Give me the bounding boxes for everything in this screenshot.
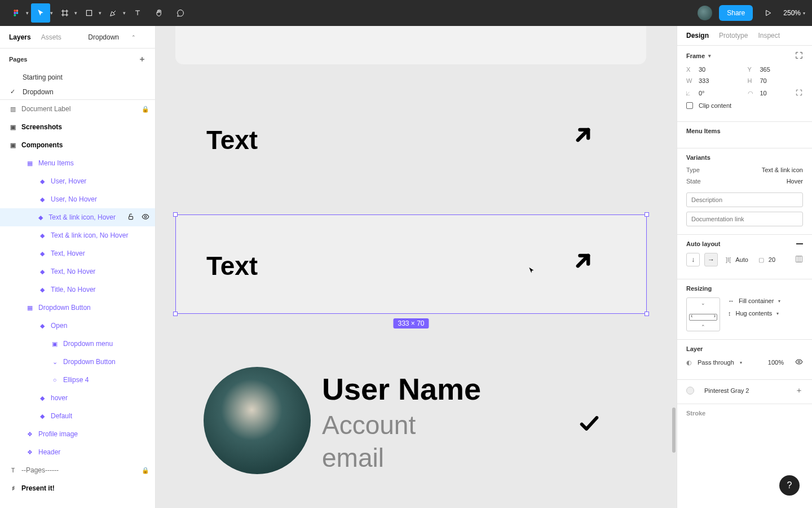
frame-header-label[interactable]: Frame <box>686 52 705 59</box>
x-input[interactable]: 30 <box>699 66 742 73</box>
layer-default[interactable]: ◆ Default <box>0 407 155 425</box>
layer-ellipse-4[interactable]: ○ Ellipse 4 <box>0 371 155 389</box>
account-text[interactable]: Account <box>322 410 416 440</box>
layer-variant-title-no-hover[interactable]: ◆ Title, No Hover <box>0 281 155 299</box>
layer-components[interactable]: ▣ Components <box>0 136 155 154</box>
resize-constraint-grid[interactable]: ⌄ ⌃ <box>686 297 720 331</box>
layer-header[interactable]: ❖ Header <box>0 443 155 461</box>
tab-inspect[interactable]: Inspect <box>758 32 780 40</box>
chevron-down-icon[interactable]: ▾ <box>708 53 711 59</box>
padding-value[interactable]: 20 <box>769 256 775 263</box>
clip-checkbox[interactable] <box>686 102 693 109</box>
rotation-input[interactable]: 0° <box>699 90 742 97</box>
selection-handle[interactable] <box>173 212 178 217</box>
layer-dropdown-menu[interactable]: ▣ Dropdown menu <box>0 335 155 353</box>
layer-open[interactable]: ◆ Open <box>0 317 155 335</box>
user-avatar[interactable] <box>698 6 712 20</box>
variant-state-value[interactable]: Hover <box>787 178 803 185</box>
y-input[interactable]: 365 <box>760 66 804 73</box>
remove-auto-layout-icon[interactable] <box>796 243 803 244</box>
visibility-icon[interactable] <box>142 213 149 222</box>
layer-variant-user-no-hover[interactable]: ◆ User, No Hover <box>0 190 155 208</box>
share-button[interactable]: Share <box>719 5 753 21</box>
tab-prototype[interactable]: Prototype <box>719 32 748 40</box>
pen-tool-chevron-icon[interactable]: ▾ <box>123 10 126 16</box>
layer-screenshots[interactable]: ▣ Screenshots <box>0 118 155 136</box>
layer-variant-user-hover[interactable]: ◆ User, Hover <box>0 172 155 190</box>
hand-tool-button[interactable] <box>149 3 169 23</box>
blend-mode-value[interactable]: Pass through <box>698 359 734 366</box>
layer-variant-text-link-no-hover[interactable]: ◆ Text & link icon, No Hover <box>0 226 155 244</box>
zoom-control[interactable]: 250% ▾ <box>783 9 805 17</box>
layer-pages-divider[interactable]: T --Pages------ 🔒 <box>0 461 155 479</box>
frame-tool-button[interactable] <box>55 3 74 23</box>
component-icon: ◆ <box>38 232 46 239</box>
email-text[interactable]: email <box>322 443 384 473</box>
artboard-top[interactable] <box>175 26 646 64</box>
selection-handle[interactable] <box>645 212 649 217</box>
variants-header: Variants <box>686 154 710 161</box>
layer-variant-text-hover[interactable]: ◆ Text, Hover <box>0 244 155 262</box>
opacity-value[interactable]: 100% <box>768 359 784 366</box>
canvas-text-1[interactable]: Text <box>206 125 258 155</box>
component-master-icon: ❖ <box>26 431 34 438</box>
radius-input[interactable]: 10 <box>760 90 791 97</box>
alignment-grid-icon[interactable] <box>795 255 803 264</box>
layer-variant-text-link-hover[interactable]: ◆ Text & link icon, Hover <box>0 208 155 226</box>
page-selector[interactable]: Dropdown <box>88 33 119 41</box>
figma-menu-chevron-icon[interactable]: ▾ <box>26 10 29 16</box>
comment-tool-button[interactable] <box>171 3 190 23</box>
fill-swatch[interactable] <box>686 387 694 395</box>
h-input[interactable]: 70 <box>760 77 804 84</box>
tab-layers[interactable]: Layers <box>9 33 31 41</box>
lock-icon[interactable]: 🔒 <box>142 106 149 113</box>
tab-design[interactable]: Design <box>686 32 709 40</box>
page-item-starting-point[interactable]: Starting point <box>0 70 155 85</box>
pen-tool-button[interactable] <box>104 3 123 23</box>
layer-dropdown-button-set[interactable]: ▦ Dropdown Button <box>0 299 155 317</box>
fill-style-name[interactable]: Pinterest Gray 2 <box>704 387 749 394</box>
layer-dropdown-button-child[interactable]: ⌄ Dropdown Button <box>0 353 155 371</box>
shape-tool-chevron-icon[interactable]: ▾ <box>99 10 102 16</box>
vertical-resize-value[interactable]: Hug contents <box>736 310 773 317</box>
component-icon: ◆ <box>38 413 46 420</box>
add-page-button[interactable]: ＋ <box>138 54 146 64</box>
layer-present-it[interactable]: ♯ Present it! <box>0 479 155 497</box>
layer-document-label[interactable]: ▥ Document Label 🔒 <box>0 100 155 118</box>
component-master-icon: ❖ <box>26 449 34 456</box>
profile-avatar[interactable] <box>204 367 311 474</box>
unlock-icon[interactable] <box>127 213 135 222</box>
present-button[interactable] <box>761 3 775 23</box>
independent-corners-icon[interactable] <box>795 89 803 98</box>
tab-assets[interactable]: Assets <box>41 33 61 41</box>
doc-link-input[interactable] <box>686 212 803 226</box>
shape-tool-button[interactable] <box>80 3 99 23</box>
layer-hover[interactable]: ◆ hover <box>0 389 155 407</box>
visibility-icon[interactable] <box>795 358 803 367</box>
help-button[interactable]: ? <box>779 475 800 496</box>
page-item-dropdown[interactable]: Dropdown <box>0 85 155 99</box>
horizontal-resize-value[interactable]: Fill container <box>739 297 774 304</box>
add-fill-button[interactable]: ＋ <box>795 386 803 396</box>
move-tool-chevron-icon[interactable]: ▾ <box>50 10 53 16</box>
selection-handle[interactable] <box>645 312 649 316</box>
text-tool-button[interactable] <box>128 3 147 23</box>
user-name-text[interactable]: User Name <box>322 371 481 406</box>
canvas[interactable]: Text Text 333 × 70 User Name Account ema… <box>156 26 677 508</box>
lock-icon[interactable]: 🔒 <box>142 467 149 474</box>
layer-menu-items[interactable]: ▦ Menu Items <box>0 154 155 172</box>
figma-menu-button[interactable] <box>7 3 26 23</box>
canvas-scrollbar[interactable] <box>672 408 676 453</box>
frame-tool-chevron-icon[interactable]: ▾ <box>74 10 77 16</box>
spacing-value[interactable]: Auto <box>735 256 748 263</box>
layer-variant-text-no-hover[interactable]: ◆ Text, No Hover <box>0 262 155 281</box>
move-tool-button[interactable] <box>31 3 50 23</box>
resize-to-fit-icon[interactable] <box>795 51 803 60</box>
selection-handle[interactable] <box>173 312 178 316</box>
variant-type-value[interactable]: Text & link icon <box>762 167 803 173</box>
description-input[interactable] <box>686 192 803 207</box>
direction-vertical-button[interactable]: ↓ <box>686 253 700 266</box>
layer-profile-image[interactable]: ❖ Profile image <box>0 425 155 443</box>
w-input[interactable]: 333 <box>699 77 742 84</box>
direction-horizontal-button[interactable]: → <box>704 253 718 266</box>
